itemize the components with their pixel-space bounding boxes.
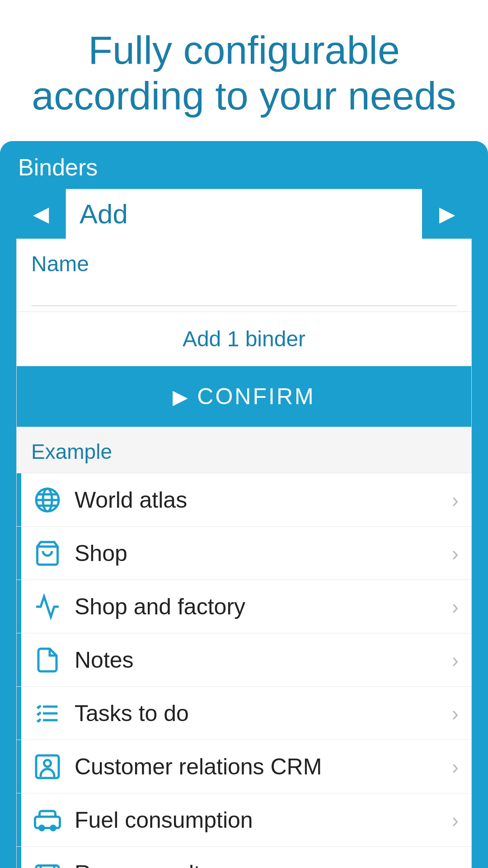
name-label: Name [31,251,457,276]
confirm-button[interactable]: ▶ CONFIRM [17,366,471,427]
svg-rect-11 [35,816,60,828]
nav-left-button[interactable]: ◀ [16,189,66,239]
list-item-shop[interactable]: Shop › [17,527,471,580]
confirm-label: CONFIRM [197,383,315,410]
list-item-world-atlas[interactable]: World atlas › [17,473,471,527]
item-name-crm: Customer relations CRM [75,754,447,780]
trophy-icon [31,857,64,868]
item-name-world-atlas: World atlas [75,487,447,513]
add-binder-label: Add 1 binder [183,327,305,351]
binders-header: Binders [0,141,488,189]
list-item-shop-factory[interactable]: Shop and factory › [17,580,471,633]
list-item-fuel[interactable]: Fuel consumption › [17,793,471,847]
chart-icon [31,590,64,623]
chevron-icon: › [452,701,459,726]
list-item-races[interactable]: Races results › [17,847,471,868]
add-input-wrapper [66,189,422,239]
tasks-icon [31,697,64,730]
person-icon [31,750,64,783]
confirm-arrow-icon: ▶ [173,385,188,408]
item-accent [17,633,21,686]
hero-title: Fully configurable according to your nee… [18,27,470,118]
chevron-icon: › [452,594,459,619]
chevron-icon: › [452,755,459,779]
chevron-icon: › [452,648,459,672]
list-item-crm[interactable]: Customer relations CRM › [17,740,471,793]
nav-right-button[interactable]: ▶ [422,189,472,239]
right-arrow-icon: ▶ [439,202,455,226]
list-item-tasks[interactable]: Tasks to do › [17,687,471,740]
item-name-tasks: Tasks to do [75,700,447,726]
chevron-icon: › [452,808,459,832]
example-label: Example [31,440,112,463]
item-accent [17,527,21,580]
name-input[interactable] [31,283,457,306]
chevron-icon: › [452,488,459,512]
item-name-fuel: Fuel consumption [75,807,447,833]
add-binder-row: Add 1 binder [17,312,471,366]
note-icon [31,644,64,676]
globe-icon [31,484,64,516]
add-row-wrapper: ◀ ▶ [16,189,472,239]
item-accent [17,687,21,740]
left-arrow-icon: ◀ [33,202,49,226]
list-item-notes[interactable]: Notes › [17,633,471,687]
add-input[interactable] [80,198,408,230]
example-header: Example [17,427,471,473]
item-accent [17,580,21,633]
item-accent [17,740,21,793]
car-icon [31,804,64,836]
form-panel: Name Add 1 binder ▶ CONFIRM Example Worl… [16,239,472,868]
item-accent [17,793,21,846]
hero-section: Fully configurable according to your nee… [0,0,488,141]
binders-container: Binders ◀ ▶ Name Add 1 binder ▶ CONFIRM [0,141,488,868]
item-accent [17,847,21,868]
name-field: Name [17,239,471,312]
cart-icon [31,537,64,570]
item-name-races: Races results [75,860,447,868]
item-name-shop: Shop [75,540,447,566]
svg-point-10 [44,760,51,767]
chevron-icon: › [452,541,459,566]
item-accent [17,473,21,526]
chevron-icon: › [452,861,459,868]
item-name-notes: Notes [75,647,447,673]
item-name-shop-factory: Shop and factory [75,594,447,620]
